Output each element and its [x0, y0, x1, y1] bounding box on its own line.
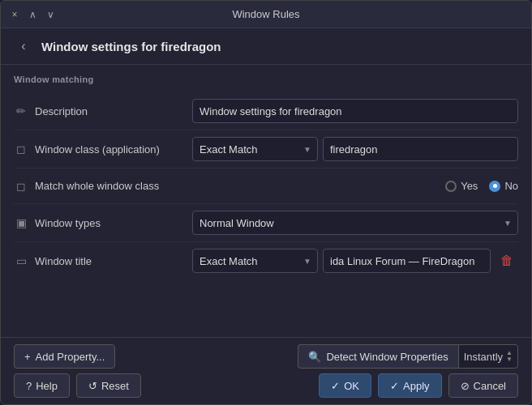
window-class-match-select[interactable]: Exact Match Contains Starts With Ends Wi… — [192, 137, 318, 161]
radio-label-no: No — [504, 180, 518, 192]
back-button[interactable]: ‹ — [14, 36, 33, 56]
description-input[interactable] — [192, 99, 518, 123]
row-window-types: ▣ Window types Normal Window Dialog Util… — [14, 204, 518, 242]
window-title-icon: ▭ — [14, 254, 28, 267]
detect-button[interactable]: 🔍 Detect Window Properties — [298, 344, 457, 369]
window-title: Window Rules — [232, 8, 299, 20]
bottom-right-buttons: ✓ OK ✓ Apply ⊘ Cancel — [319, 373, 518, 398]
delete-window-title-button[interactable]: 🗑 — [496, 252, 518, 270]
window-title-value-input[interactable] — [323, 249, 491, 273]
row-controls-window-class: Exact Match Contains Starts With Ends Wi… — [192, 137, 518, 161]
window-types-wrapper: Normal Window Dialog Utility Dock Deskto… — [192, 211, 518, 235]
ok-button[interactable]: ✓ OK — [319, 373, 371, 398]
row-controls-window-title: Exact Match Contains Starts With Ends Wi… — [192, 249, 518, 273]
label-window-title: Window title — [35, 255, 92, 267]
label-description: Description — [35, 105, 88, 117]
radio-yes[interactable]: Yes — [445, 180, 478, 192]
radio-label-yes: Yes — [461, 180, 478, 192]
row-label-window-class: ◻ Window class (application) — [14, 143, 192, 156]
instantly-label: Instantly — [464, 351, 503, 363]
title-bar: × ∧ ∨ Window Rules — [1, 1, 531, 28]
row-controls-description — [192, 99, 518, 123]
cancel-label: Cancel — [474, 380, 506, 392]
row-label-window-types: ▣ Window types — [14, 216, 192, 229]
row-controls-window-types: Normal Window Dialog Utility Dock Deskto… — [192, 211, 518, 235]
detect-group: 🔍 Detect Window Properties Instantly ▲ ▼ — [298, 344, 518, 369]
row-label-match-whole: ◻ Match whole window class — [14, 180, 192, 193]
window-class-value-input[interactable] — [323, 137, 518, 161]
help-icon: ? — [26, 380, 32, 392]
bottom-row-bottom: ? Help ↺ Reset ✓ OK ✓ Apply — [14, 373, 518, 398]
radio-circle-yes — [445, 181, 457, 192]
instantly-dropdown[interactable]: Instantly ▲ ▼ — [458, 344, 518, 369]
label-window-class: Window class (application) — [35, 143, 160, 156]
row-label-window-title: ▭ Window title — [14, 254, 192, 267]
help-button[interactable]: ? Help — [14, 373, 70, 398]
bottom-left-buttons: ? Help ↺ Reset — [14, 373, 141, 398]
window-types-icon: ▣ — [14, 216, 28, 229]
row-window-class: ◻ Window class (application) Exact Match… — [14, 130, 518, 168]
minimize-button[interactable]: ∧ — [27, 9, 38, 20]
radio-group-match-whole: Yes No — [445, 180, 518, 192]
content-area: ‹ Window settings for firedragon Window … — [1, 28, 531, 404]
plus-icon: + — [24, 351, 31, 363]
updown-icon: ▲ ▼ — [506, 350, 513, 363]
detect-label: Detect Window Properties — [326, 351, 448, 363]
main-content: Window matching ✏ Description ◻ Window c… — [1, 65, 531, 337]
bottom-row-top: + Add Property... 🔍 Detect Window Proper… — [14, 344, 518, 369]
apply-label: Apply — [403, 380, 430, 392]
ok-label: OK — [344, 380, 359, 392]
row-description: ✏ Description — [14, 92, 518, 130]
reset-button[interactable]: ↺ Reset — [76, 373, 141, 398]
reset-label: Reset — [101, 380, 129, 392]
radio-circle-no — [489, 181, 500, 192]
page-title: Window settings for firedragon — [41, 40, 221, 53]
window-title-match-select[interactable]: Exact Match Contains Starts With Ends Wi… — [192, 249, 318, 273]
title-bar-controls: × ∧ ∨ — [9, 9, 56, 20]
row-controls-match-whole: Yes No — [192, 180, 518, 192]
cancel-button[interactable]: ⊘ Cancel — [448, 373, 518, 398]
label-window-types: Window types — [35, 217, 101, 229]
cancel-icon: ⊘ — [461, 380, 470, 392]
close-button[interactable]: × — [9, 9, 20, 20]
window-types-select[interactable]: Normal Window Dialog Utility Dock Deskto… — [192, 211, 518, 235]
page-header: ‹ Window settings for firedragon — [1, 28, 531, 65]
section-label: Window matching — [14, 75, 518, 84]
apply-icon: ✓ — [390, 380, 399, 392]
label-match-whole: Match whole window class — [35, 180, 159, 192]
row-label-description: ✏ Description — [14, 104, 192, 117]
add-property-label: Add Property... — [36, 351, 105, 363]
window: × ∧ ∨ Window Rules ‹ Window settings for… — [0, 0, 532, 405]
add-property-button[interactable]: + Add Property... — [14, 344, 115, 369]
maximize-button[interactable]: ∨ — [45, 9, 56, 20]
apply-button[interactable]: ✓ Apply — [378, 373, 442, 398]
window-icon: ◻ — [14, 143, 28, 156]
edit-icon: ✏ — [14, 104, 28, 117]
window2-icon: ◻ — [14, 180, 28, 193]
window-title-match-wrapper: Exact Match Contains Starts With Ends Wi… — [192, 249, 318, 273]
window-class-match-wrapper: Exact Match Contains Starts With Ends Wi… — [192, 137, 318, 161]
row-match-whole: ◻ Match whole window class Yes No — [14, 168, 518, 204]
reset-icon: ↺ — [88, 380, 97, 392]
ok-icon: ✓ — [331, 380, 340, 392]
bottom-bar: + Add Property... 🔍 Detect Window Proper… — [1, 337, 531, 404]
radio-no[interactable]: No — [489, 180, 518, 192]
row-window-title: ▭ Window title Exact Match Contains Star… — [14, 242, 518, 279]
search-icon: 🔍 — [308, 351, 321, 363]
help-label: Help — [36, 380, 58, 392]
